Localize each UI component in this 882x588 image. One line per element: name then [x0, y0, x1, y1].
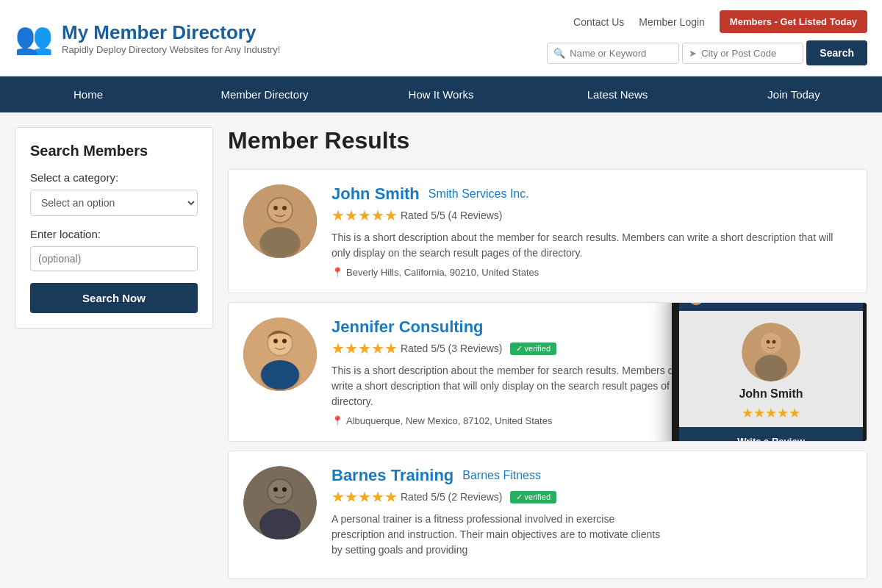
phone-profile: John Smith ★★★★★: [679, 311, 863, 427]
rating-row-3: ★★★★★ Rated 5/5 (2 Reviews) ✓ verified: [331, 488, 666, 506]
svg-point-27: [282, 487, 287, 492]
login-link[interactable]: Member Login: [639, 16, 705, 28]
search-now-button[interactable]: Search Now: [30, 283, 198, 313]
category-select[interactable]: Select an option: [30, 190, 198, 216]
face-svg-1: [243, 184, 317, 258]
location-input-wrap: ➤: [682, 43, 803, 64]
location-arrow-icon: ➤: [689, 48, 697, 59]
pin-icon-1: 📍: [331, 267, 343, 278]
phone-topbar: My Account ☰ Menu: [679, 302, 863, 311]
phone-topbar-avatar: [688, 302, 704, 305]
phone-account-area: My Account: [688, 302, 750, 305]
svg-point-26: [273, 487, 278, 492]
logo-icon: 👥: [15, 20, 53, 56]
member-location-1: 📍 Beverly Hills, California, 90210, Unit…: [331, 267, 852, 278]
svg-point-18: [761, 333, 781, 354]
nav-join-today[interactable]: Join Today: [706, 76, 882, 112]
member-name-row-2: Jennifer Consulting: [331, 318, 698, 337]
svg-point-5: [282, 206, 287, 210]
svg-point-12: [282, 339, 287, 343]
phone-profile-name: John Smith: [739, 387, 803, 401]
rating-text-1: Rated 5/5 (4 Reviews): [401, 209, 503, 221]
phone-mockup: My Account ☰ Menu: [672, 302, 867, 442]
svg-point-28: [261, 509, 299, 538]
rating-text-3: Rated 5/5 (2 Reviews): [401, 491, 503, 503]
keyword-input[interactable]: [570, 48, 673, 59]
search-icon: 🔍: [553, 48, 565, 59]
member-desc-1: This is a short description about the me…: [331, 230, 852, 261]
member-card-3: Barnes Training Barnes Fitness ★★★★★ Rat…: [228, 451, 867, 579]
phone-stars: ★★★★★: [742, 405, 800, 421]
main-content: Search Members Select a category: Select…: [0, 112, 882, 588]
keyword-input-wrap: 🔍: [547, 43, 679, 64]
get-listed-button[interactable]: Members - Get Listed Today: [720, 10, 867, 33]
svg-point-21: [772, 340, 776, 344]
svg-point-6: [261, 227, 299, 257]
logo-text: My Member Directory Rapidly Deploy Direc…: [62, 21, 280, 55]
rating-row-2: ★★★★★ Rated 5/5 (3 Reviews) ✓ verified: [331, 340, 698, 357]
verified-badge-3: ✓ verified: [510, 491, 557, 503]
member-company-1: Smith Services Inc.: [429, 187, 529, 201]
search-bar: 🔍 ➤ Search: [547, 40, 867, 65]
location-input[interactable]: [701, 48, 797, 59]
header-top-links: Contact Us Member Login Members - Get Li…: [573, 10, 867, 33]
member-card-2: Jennifer Consulting ★★★★★ Rated 5/5 (3 R…: [228, 302, 867, 442]
member-desc-2: This is a short description about the me…: [331, 363, 698, 409]
face-svg-2: [243, 318, 317, 391]
category-label: Select a category:: [30, 171, 198, 184]
pin-icon-2: 📍: [331, 415, 343, 426]
site-subtitle: Rapidly Deploy Directory Websites for An…: [62, 44, 280, 55]
member-avatar-1: [243, 184, 317, 258]
svg-point-3: [268, 198, 292, 222]
member-name-row-3: Barnes Training Barnes Fitness: [331, 466, 666, 485]
member-desc-3: A personal trainer is a fitness professi…: [331, 512, 666, 558]
nav-home[interactable]: Home: [0, 76, 176, 112]
member-location-2: 📍 Albuquerque, New Mexico, 87102, United…: [331, 415, 698, 426]
nav-member-directory[interactable]: Member Directory: [176, 76, 353, 112]
member-company-3: Barnes Fitness: [462, 469, 541, 482]
site-title: My Member Directory: [62, 21, 280, 44]
phone-write-review-btn[interactable]: Write a Review: [679, 427, 863, 442]
svg-point-13: [261, 360, 299, 390]
header-right: Contact Us Member Login Members - Get Li…: [547, 10, 867, 65]
stars-3: ★★★★★: [331, 488, 398, 506]
stars-1: ★★★★★: [331, 207, 398, 224]
header: 👥 My Member Directory Rapidly Deploy Dir…: [0, 0, 882, 76]
member-name-row-1: John Smith Smith Services Inc.: [331, 184, 852, 204]
header-search-button[interactable]: Search: [806, 40, 867, 65]
member-card-1: John Smith Smith Services Inc. ★★★★★ Rat…: [228, 169, 867, 293]
nav-latest-news[interactable]: Latest News: [529, 76, 706, 112]
results-heading: Member Results: [228, 127, 867, 154]
member-avatar-2: [243, 318, 317, 391]
phone-screen: My Account ☰ Menu: [679, 302, 863, 442]
face-svg-3: [243, 466, 317, 539]
member-info-2: Jennifer Consulting ★★★★★ Rated 5/5 (3 R…: [331, 318, 698, 426]
location-field[interactable]: [30, 246, 198, 271]
location-label: Enter location:: [30, 228, 198, 240]
sidebar: Search Members Select a category: Select…: [15, 127, 213, 329]
rating-row-1: ★★★★★ Rated 5/5 (4 Reviews): [331, 207, 852, 224]
svg-point-11: [273, 339, 278, 343]
verified-badge-2: ✓ verified: [510, 343, 557, 355]
member-info-3: Barnes Training Barnes Fitness ★★★★★ Rat…: [331, 466, 666, 564]
logo-area: 👥 My Member Directory Rapidly Deploy Dir…: [15, 20, 280, 56]
main-nav: Home Member Directory How It Works Lates…: [0, 76, 882, 112]
svg-point-16: [692, 302, 700, 305]
member-name-3[interactable]: Barnes Training: [331, 466, 453, 485]
stars-2: ★★★★★: [331, 340, 398, 357]
rating-text-2: Rated 5/5 (3 Reviews): [401, 343, 503, 354]
results-area: Member Results John Smith Smith S: [228, 127, 867, 588]
svg-point-19: [755, 355, 787, 381]
member-name-2[interactable]: Jennifer Consulting: [331, 318, 484, 337]
phone-profile-img: [742, 323, 800, 381]
svg-point-4: [273, 206, 278, 210]
contact-link[interactable]: Contact Us: [573, 16, 624, 28]
member-name-1[interactable]: John Smith: [331, 184, 420, 204]
svg-point-20: [767, 340, 770, 344]
nav-how-it-works[interactable]: How It Works: [353, 76, 529, 112]
svg-point-25: [268, 480, 292, 503]
sidebar-title: Search Members: [30, 143, 198, 159]
member-info-1: John Smith Smith Services Inc. ★★★★★ Rat…: [331, 184, 852, 278]
member-avatar-3: [243, 466, 317, 539]
